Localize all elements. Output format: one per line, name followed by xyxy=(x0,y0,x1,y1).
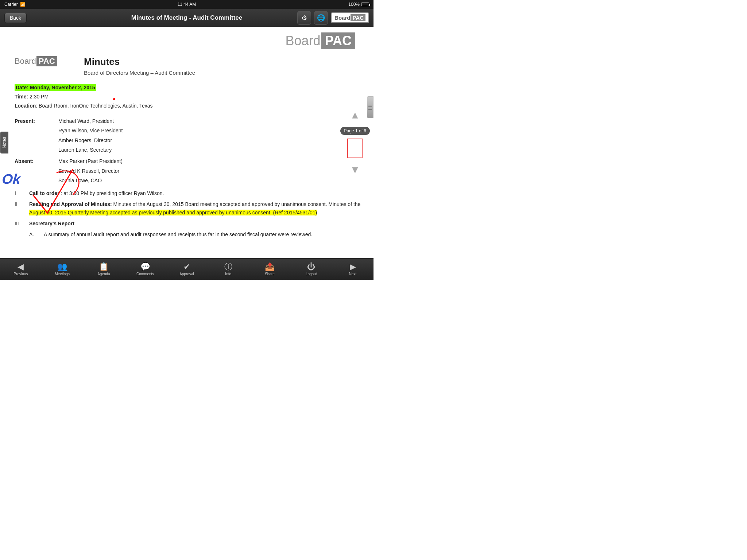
sub-section-a-row: A. A summary of annual audit report and … xyxy=(29,230,363,238)
share-icon: 📤 xyxy=(265,263,275,271)
settings-button[interactable]: ⚙ xyxy=(297,11,311,25)
nav-title: Minutes of Meeting - Audit Committee xyxy=(131,14,242,22)
section-ii-title: Reading and Approval of Minutes: xyxy=(29,201,112,207)
approval-icon: ✔ xyxy=(183,263,190,271)
present-name-3: Lauren Lane, Secretary xyxy=(58,145,123,155)
time-line: Time: 2:30 PM xyxy=(15,92,363,101)
absent-row: Absent: Max Parker (Past President) Edwa… xyxy=(15,156,363,186)
doc-title-block: Minutes Board of Directors Meeting – Aud… xyxy=(84,56,195,76)
absent-name-1: Edward K Russell, Director xyxy=(58,166,123,176)
doc-title: Minutes xyxy=(84,56,195,67)
bottom-toolbar: ◀ Previous 👥 Meetings 📋 Agenda 💬 Comment… xyxy=(0,258,374,280)
location-value: : Board Room, IronOne Technologies, Aust… xyxy=(36,103,152,109)
present-names: Michael Ward, President Ryan Wilson, Vic… xyxy=(58,116,123,155)
comments-icon: 💬 xyxy=(140,263,150,271)
toolbar-info[interactable]: ⓘ Info xyxy=(216,263,241,276)
section-iii-num: III xyxy=(15,219,29,228)
wifi-icon: 📶 xyxy=(20,2,26,7)
section-iii-title: Secretary’s Report xyxy=(29,221,74,226)
agenda-label: Agenda xyxy=(97,272,110,276)
section-i-title: Call to order xyxy=(29,190,59,196)
globe-button[interactable]: 🌐 xyxy=(314,11,328,25)
nav-icons: ⚙ 🌐 Board PAC xyxy=(297,11,369,25)
section-iii-row: III Secretary’s Report xyxy=(15,219,363,228)
time-label: Time: xyxy=(15,94,28,100)
present-label: Present: xyxy=(15,116,58,155)
doc-logo-small: Board PAC xyxy=(15,56,73,66)
page-indicator: Page 1 of 6 xyxy=(340,127,370,135)
date-label: Date: Monday, November 2, 2015 xyxy=(15,84,96,91)
doc-subtitle: Board of Directors Meeting – Audit Commi… xyxy=(84,70,195,76)
toolbar-approval[interactable]: ✔ Approval xyxy=(174,263,200,276)
section-ii-text: Minutes of the August 30, 2015 Board mee… xyxy=(113,201,361,207)
absent-label: Absent: xyxy=(15,156,58,186)
next-icon: ▶ xyxy=(350,263,356,271)
location-line: Location: Board Room, IronOne Technologi… xyxy=(15,101,363,110)
share-label: Share xyxy=(265,272,275,276)
carrier-label: Carrier xyxy=(4,2,18,7)
attendance-section: Present: Michael Ward, President Ryan Wi… xyxy=(15,116,363,186)
logo-board-large: Board xyxy=(286,33,321,48)
doc-logo-pac: PAC xyxy=(36,56,57,66)
status-left: Carrier 📶 xyxy=(4,2,26,7)
back-button[interactable]: Back xyxy=(4,13,27,23)
sub-section-a-content: A summary of annual audit report and aud… xyxy=(44,230,363,238)
present-name-2: Amber Rogers, Director xyxy=(58,136,123,145)
status-bar: Carrier 📶 11:44 AM 100% xyxy=(0,0,374,9)
right-side-controls: ▲ Page 1 of 6 ▼ xyxy=(340,27,370,258)
comments-label: Comments xyxy=(136,272,154,276)
previous-icon: ◀ xyxy=(18,263,24,271)
logout-icon: ⏻ xyxy=(307,263,315,271)
section-ii-num: II xyxy=(15,200,29,217)
board-text: Board xyxy=(334,15,350,21)
toolbar-meetings[interactable]: 👥 Meetings xyxy=(50,263,75,276)
next-label: Next xyxy=(349,272,357,276)
absent-name-2: Sophia Lowe, CAO xyxy=(58,176,123,186)
toolbar-agenda[interactable]: 📋 Agenda xyxy=(91,263,116,276)
battery-percent: 100% xyxy=(348,2,360,7)
section-i-content: Call to order : at 3:00 PM by presiding … xyxy=(29,189,363,197)
meeting-info: Date: Monday, November 2, 2015 Time: 2:3… xyxy=(15,83,363,111)
scroll-down-arrow[interactable]: ▼ xyxy=(348,162,362,178)
toolbar-next[interactable]: ▶ Next xyxy=(340,263,365,276)
status-right: 100% xyxy=(348,2,369,7)
minutes-section: I Call to order : at 3:00 PM by presidin… xyxy=(15,189,363,239)
present-row: Present: Michael Ward, President Ryan Wi… xyxy=(15,116,363,155)
notes-tab[interactable]: Notes xyxy=(0,132,8,153)
location-label: Location xyxy=(15,103,36,109)
content-area: Notes Board PAC Board PAC Minutes Board … xyxy=(0,27,374,258)
section-iii-content: Secretary’s Report xyxy=(29,219,363,228)
approval-label: Approval xyxy=(179,272,194,276)
toolbar-logout[interactable]: ⏻ Logout xyxy=(298,263,324,276)
present-name-1: Ryan Wilson, Vice President xyxy=(58,126,123,136)
present-name-0: Michael Ward, President xyxy=(58,116,123,126)
battery-icon xyxy=(361,3,369,6)
info-icon: ⓘ xyxy=(224,263,232,271)
scroll-up-arrow[interactable]: ▲ xyxy=(348,107,362,123)
toolbar-share[interactable]: 📤 Share xyxy=(257,263,282,276)
absent-name-0: Max Parker (Past President) xyxy=(58,156,123,166)
section-ii-content: Reading and Approval of Minutes: Minutes… xyxy=(29,200,363,217)
sub-section-a-num: A. xyxy=(29,230,44,238)
time-value: 2:30 PM xyxy=(30,94,49,100)
doc-header: Board PAC Minutes Board of Directors Mee… xyxy=(15,56,363,76)
agenda-icon: 📋 xyxy=(99,263,109,271)
absent-names: Max Parker (Past President) Edward K Rus… xyxy=(58,156,123,186)
section-i-num: I xyxy=(15,189,29,197)
previous-label: Previous xyxy=(13,272,28,276)
section-i-text: : at 3:00 PM by presiding officer Ryan W… xyxy=(61,190,164,196)
meetings-label: Meetings xyxy=(55,272,70,276)
toolbar-comments[interactable]: 💬 Comments xyxy=(132,263,158,276)
section-ii-row: II Reading and Approval of Minutes: Minu… xyxy=(15,200,363,217)
page-thumbnail[interactable] xyxy=(347,139,363,158)
section-i-row: I Call to order : at 3:00 PM by presidin… xyxy=(15,189,363,197)
section-ii-highlighted: August 30, 2015 Quarterly Meeting accept… xyxy=(29,210,317,215)
nav-bar: Back Minutes of Meeting - Audit Committe… xyxy=(0,9,374,27)
boardpac-logo-nav: Board PAC xyxy=(331,12,369,23)
logout-label: Logout xyxy=(306,272,317,276)
info-label: Info xyxy=(225,272,231,276)
status-time: 11:44 AM xyxy=(178,2,196,7)
toolbar-previous[interactable]: ◀ Previous xyxy=(8,263,34,276)
pac-text: PAC xyxy=(351,14,365,21)
document-area: Board PAC Board PAC Minutes Board of Dir… xyxy=(0,27,374,258)
